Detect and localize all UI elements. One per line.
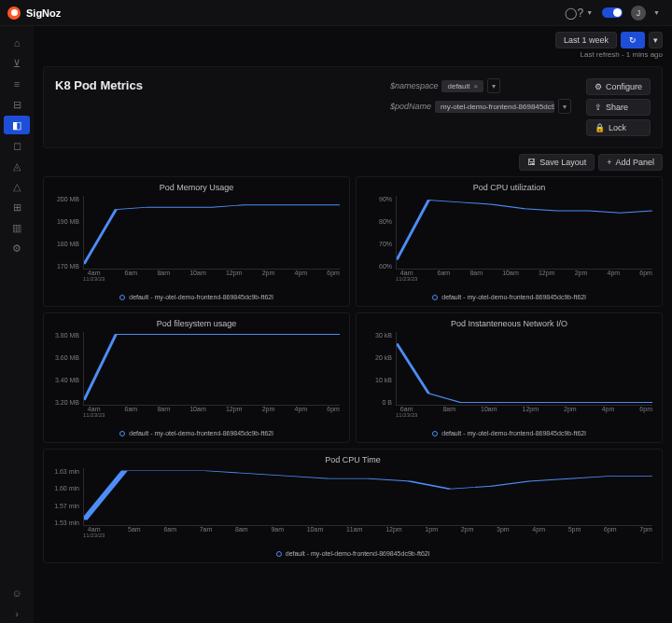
nav-alerts-icon[interactable]: ◬ bbox=[4, 157, 30, 175]
chart-panel: Pod filesystem usage 3.80 MB3.60 MB3.40 … bbox=[43, 312, 350, 443]
legend-dot-icon bbox=[119, 295, 125, 300]
panel-title: Pod Memory Usage bbox=[49, 183, 343, 192]
page-title: K8 Pod Metrics bbox=[55, 78, 143, 92]
chart-panel: Pod CPU utilization 90%80%70%60% 4am11/2… bbox=[356, 176, 663, 307]
legend-dot-icon bbox=[276, 551, 282, 557]
legend-dot-icon bbox=[432, 431, 438, 436]
nav-traces-icon[interactable]: ⊟ bbox=[4, 95, 30, 114]
var-namespace-label: $namespace bbox=[390, 81, 439, 90]
var-podname-label: $podName bbox=[390, 102, 431, 111]
y-axis: 30 kB20 kB10 kB0 B bbox=[362, 332, 396, 406]
help-icon[interactable]: ◯?▼ bbox=[565, 7, 593, 20]
dashboard-header: K8 Pod Metrics $namespace default× ▾ $po… bbox=[43, 66, 663, 148]
panel-title: Pod filesystem usage bbox=[49, 319, 343, 328]
legend: default - my-otel-demo-frontend-869845dc… bbox=[49, 550, 656, 557]
chart-panel: Pod Memory Usage 200 MB190 MB180 MB170 M… bbox=[43, 176, 350, 307]
legend: default - my-otel-demo-frontend-869845dc… bbox=[49, 430, 343, 436]
y-axis: 90%80%70%60% bbox=[362, 196, 396, 270]
x-axis: 4am11/23/236am8am10am12pm2pm4pm6pm bbox=[83, 406, 340, 421]
var-namespace-tag[interactable]: default× bbox=[441, 80, 483, 92]
collapse-icon[interactable]: › bbox=[4, 604, 30, 623]
var-podname-dropdown[interactable]: ▾ bbox=[558, 99, 571, 114]
theme-toggle[interactable] bbox=[602, 7, 623, 18]
nav-list-icon[interactable]: ≡ bbox=[4, 75, 30, 93]
configure-button[interactable]: ⚙ Configure bbox=[586, 78, 651, 95]
close-icon[interactable]: × bbox=[474, 82, 479, 90]
nav-settings-icon[interactable]: ⚙ bbox=[4, 239, 30, 257]
user-menu-caret-icon[interactable]: ▼ bbox=[651, 9, 660, 16]
save-layout-button[interactable]: 🖫 Save Layout bbox=[519, 154, 595, 171]
panel-title: Pod CPU utilization bbox=[362, 183, 656, 192]
add-panel-button[interactable]: + Add Panel bbox=[598, 154, 663, 171]
support-icon[interactable]: ☺ bbox=[4, 584, 30, 602]
time-range-selector[interactable]: Last 1 week bbox=[555, 32, 617, 48]
legend: default - my-otel-demo-frontend-869845dc… bbox=[362, 294, 656, 300]
x-axis: 6am11/23/238am10am12pm2pm4pm6pm bbox=[396, 406, 652, 421]
refresh-interval-dropdown[interactable]: ▾ bbox=[649, 32, 663, 48]
legend: default - my-otel-demo-frontend-869845dc… bbox=[362, 430, 656, 436]
topbar: SigNoz ◯?▼ J ▼ bbox=[0, 0, 672, 26]
share-button[interactable]: ⇪ Share bbox=[586, 99, 651, 116]
plot-area[interactable] bbox=[83, 332, 340, 406]
x-axis: 4am11/23/235am6am7am8am9am10am11am12pm1p… bbox=[83, 526, 652, 541]
y-axis: 200 MB190 MB180 MB170 MB bbox=[49, 196, 83, 270]
var-namespace-dropdown[interactable]: ▾ bbox=[487, 78, 500, 93]
main-content: Last 1 week ↻ ▾ Last refresh - 1 mins ag… bbox=[34, 26, 672, 623]
nav-servicemap-icon[interactable]: ⊞ bbox=[4, 198, 30, 216]
nav-exceptions-icon[interactable]: △ bbox=[4, 177, 30, 196]
legend: default - my-otel-demo-frontend-869845dc… bbox=[49, 294, 343, 300]
nav-dashboards-icon[interactable]: ◧ bbox=[4, 116, 30, 134]
nav-home-icon[interactable]: ⌂ bbox=[4, 34, 30, 52]
last-refresh-text: Last refresh - 1 mins ago bbox=[43, 50, 663, 59]
legend-dot-icon bbox=[119, 431, 125, 436]
nav-logs-icon[interactable]: ◻ bbox=[4, 136, 30, 155]
panel-grid: Pod Memory Usage 200 MB190 MB180 MB170 M… bbox=[43, 176, 663, 563]
chart-panel: Pod CPU Time 1.63 min1.60 min1.57 min1.5… bbox=[43, 449, 663, 563]
avatar[interactable]: J bbox=[631, 6, 646, 21]
x-axis: 4am11/23/236am8am10am12pm2pm4pm6pm bbox=[396, 270, 652, 284]
panel-title: Pod CPU Time bbox=[49, 455, 656, 464]
x-axis: 4am11/23/236am8am10am12pm2pm4pm6pm bbox=[83, 270, 340, 284]
plot-area[interactable] bbox=[396, 196, 652, 270]
panel-title: Pod Instanteneous Network I/O bbox=[362, 319, 656, 328]
y-axis: 3.80 MB3.60 MB3.40 MB3.20 MB bbox=[49, 332, 83, 406]
logo-icon bbox=[7, 7, 21, 20]
sidebar: ⌂ ⊻ ≡ ⊟ ◧ ◻ ◬ △ ⊞ ▥ ⚙ ☺ › bbox=[0, 26, 34, 623]
plot-area[interactable] bbox=[396, 332, 652, 406]
refresh-button[interactable]: ↻ bbox=[621, 32, 645, 48]
var-podname-tag[interactable]: my-otel-demo-frontend-869845dc9b-ft62l× bbox=[435, 101, 554, 113]
plot-area[interactable] bbox=[83, 468, 652, 526]
y-axis: 1.63 min1.60 min1.57 min1.53 min bbox=[49, 468, 83, 526]
nav-usage-icon[interactable]: ▥ bbox=[4, 218, 30, 237]
chart-panel: Pod Instanteneous Network I/O 30 kB20 kB… bbox=[356, 312, 663, 443]
nav-chart-icon[interactable]: ⊻ bbox=[4, 54, 30, 73]
brand: SigNoz bbox=[26, 7, 61, 19]
lock-button[interactable]: 🔒 Lock bbox=[586, 119, 651, 136]
plot-area[interactable] bbox=[83, 196, 340, 270]
legend-dot-icon bbox=[432, 295, 438, 300]
